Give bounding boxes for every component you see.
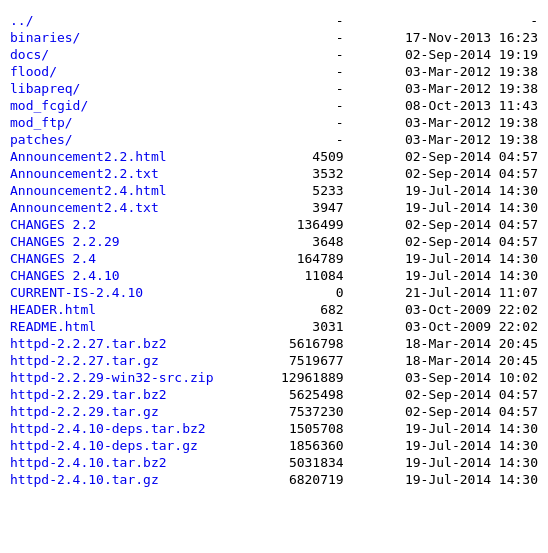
file-link[interactable]: CURRENT-IS-2.4.10 [10, 285, 143, 300]
file-name-cell[interactable]: README.html [6, 318, 258, 335]
file-link[interactable]: patches/ [10, 132, 73, 147]
file-name-cell[interactable]: httpd-2.4.10.tar.bz2 [6, 454, 258, 471]
file-link[interactable]: mod_fcgid/ [10, 98, 88, 113]
file-link[interactable]: httpd-2.4.10-deps.tar.gz [10, 438, 198, 453]
file-name-cell[interactable]: httpd-2.4.10.tar.gz [6, 471, 258, 488]
file-link[interactable]: mod_ftp/ [10, 115, 73, 130]
table-row: CHANGES 2.2.29364802-Sep-2014 04:57 [6, 233, 542, 250]
file-link[interactable]: HEADER.html [10, 302, 96, 317]
file-name-cell[interactable]: docs/ [6, 46, 258, 63]
file-name-cell[interactable]: Announcement2.2.html [6, 148, 258, 165]
file-size-cell: - [258, 12, 373, 29]
file-link[interactable]: httpd-2.4.10.tar.bz2 [10, 455, 167, 470]
file-link[interactable]: Announcement2.4.html [10, 183, 167, 198]
table-row: CHANGES 2.213649902-Sep-2014 04:57 [6, 216, 542, 233]
table-row: Announcement2.4.txt394719-Jul-2014 14:30 [6, 199, 542, 216]
table-row: CHANGES 2.4.101108419-Jul-2014 14:30 [6, 267, 542, 284]
file-name-cell[interactable]: httpd-2.4.10-deps.tar.gz [6, 437, 258, 454]
table-row: CURRENT-IS-2.4.10021-Jul-2014 11:07 [6, 284, 542, 301]
file-link[interactable]: httpd-2.4.10-deps.tar.bz2 [10, 421, 206, 436]
file-link[interactable]: CHANGES 2.4.10 [10, 268, 120, 283]
file-name-cell[interactable]: CHANGES 2.4.10 [6, 267, 258, 284]
file-date-cell: 18-Mar-2014 20:45 [374, 335, 542, 352]
file-size-cell: - [258, 29, 373, 46]
table-row: HEADER.html68203-Oct-2009 22:02 [6, 301, 542, 318]
file-name-cell[interactable]: Announcement2.4.txt [6, 199, 258, 216]
file-date-cell: 19-Jul-2014 14:30 [374, 250, 542, 267]
table-row: httpd-2.2.29.tar.gz753723002-Sep-2014 04… [6, 403, 542, 420]
file-name-cell[interactable]: flood/ [6, 63, 258, 80]
file-size-cell: 12961889 [258, 369, 373, 386]
table-row: httpd-2.2.29.tar.bz2562549802-Sep-2014 0… [6, 386, 542, 403]
file-name-cell[interactable]: httpd-2.2.29.tar.bz2 [6, 386, 258, 403]
file-name-cell[interactable]: ../ [6, 12, 258, 29]
file-name-cell[interactable]: CURRENT-IS-2.4.10 [6, 284, 258, 301]
file-link[interactable]: README.html [10, 319, 96, 334]
table-row: Announcement2.4.html523319-Jul-2014 14:3… [6, 182, 542, 199]
table-row: httpd-2.4.10-deps.tar.bz2150570819-Jul-2… [6, 420, 542, 437]
table-row: httpd-2.4.10-deps.tar.gz185636019-Jul-20… [6, 437, 542, 454]
file-name-cell[interactable]: CHANGES 2.2 [6, 216, 258, 233]
file-size-cell: 1856360 [258, 437, 373, 454]
file-date-cell: 02-Sep-2014 04:57 [374, 216, 542, 233]
file-size-cell: 3532 [258, 165, 373, 182]
file-date-cell: 19-Jul-2014 14:30 [374, 182, 542, 199]
file-date-cell: 19-Jul-2014 14:30 [374, 454, 542, 471]
file-name-cell[interactable]: mod_fcgid/ [6, 97, 258, 114]
file-link[interactable]: httpd-2.4.10.tar.gz [10, 472, 159, 487]
file-link[interactable]: ../ [10, 13, 33, 28]
file-link[interactable]: CHANGES 2.2.29 [10, 234, 120, 249]
file-name-cell[interactable]: httpd-2.2.29-win32-src.zip [6, 369, 258, 386]
file-name-cell[interactable]: binaries/ [6, 29, 258, 46]
file-link[interactable]: Announcement2.4.txt [10, 200, 159, 215]
file-date-cell: 19-Jul-2014 14:30 [374, 437, 542, 454]
file-link[interactable]: flood/ [10, 64, 57, 79]
file-link[interactable]: Announcement2.2.txt [10, 166, 159, 181]
breadcrumb [0, 0, 548, 8]
file-link[interactable]: binaries/ [10, 30, 80, 45]
file-name-cell[interactable]: mod_ftp/ [6, 114, 258, 131]
table-row: ../-- [6, 12, 542, 29]
file-name-cell[interactable]: patches/ [6, 131, 258, 148]
file-name-cell[interactable]: CHANGES 2.4 [6, 250, 258, 267]
file-name-cell[interactable]: Announcement2.2.txt [6, 165, 258, 182]
file-date-cell: 03-Mar-2012 19:38 [374, 80, 542, 97]
file-link[interactable]: httpd-2.2.29.tar.gz [10, 404, 159, 419]
file-size-cell: - [258, 63, 373, 80]
file-size-cell: 136499 [258, 216, 373, 233]
file-link[interactable]: CHANGES 2.2 [10, 217, 96, 232]
table-row: mod_fcgid/-08-Oct-2013 11:43 [6, 97, 542, 114]
file-link[interactable]: docs/ [10, 47, 49, 62]
file-link[interactable]: httpd-2.2.27.tar.gz [10, 353, 159, 368]
file-date-cell: 18-Mar-2014 20:45 [374, 352, 542, 369]
file-link[interactable]: httpd-2.2.27.tar.bz2 [10, 336, 167, 351]
table-row: Announcement2.2.txt353202-Sep-2014 04:57 [6, 165, 542, 182]
file-size-cell: 5625498 [258, 386, 373, 403]
table-row: patches/-03-Mar-2012 19:38 [6, 131, 542, 148]
file-name-cell[interactable]: httpd-2.4.10-deps.tar.bz2 [6, 420, 258, 437]
file-name-cell[interactable]: libapreq/ [6, 80, 258, 97]
file-name-cell[interactable]: Announcement2.4.html [6, 182, 258, 199]
file-name-cell[interactable]: httpd-2.2.27.tar.bz2 [6, 335, 258, 352]
file-link[interactable]: Announcement2.2.html [10, 149, 167, 164]
file-link[interactable]: CHANGES 2.4 [10, 251, 96, 266]
file-size-cell: 3031 [258, 318, 373, 335]
file-date-cell: 02-Sep-2014 04:57 [374, 148, 542, 165]
file-link[interactable]: httpd-2.2.29.tar.bz2 [10, 387, 167, 402]
file-name-cell[interactable]: CHANGES 2.2.29 [6, 233, 258, 250]
table-row: docs/-02-Sep-2014 19:19 [6, 46, 542, 63]
file-name-cell[interactable]: HEADER.html [6, 301, 258, 318]
file-name-cell[interactable]: httpd-2.2.27.tar.gz [6, 352, 258, 369]
file-date-cell: 19-Jul-2014 14:30 [374, 267, 542, 284]
file-date-cell: 21-Jul-2014 11:07 [374, 284, 542, 301]
file-link[interactable]: httpd-2.2.29-win32-src.zip [10, 370, 214, 385]
file-link[interactable]: libapreq/ [10, 81, 80, 96]
file-date-cell: 19-Jul-2014 14:30 [374, 199, 542, 216]
file-date-cell: 19-Jul-2014 14:30 [374, 420, 542, 437]
file-size-cell: - [258, 97, 373, 114]
file-date-cell: 02-Sep-2014 04:57 [374, 386, 542, 403]
file-size-cell: 7519677 [258, 352, 373, 369]
file-size-cell: 164789 [258, 250, 373, 267]
table-row: httpd-2.2.27.tar.bz2561679818-Mar-2014 2… [6, 335, 542, 352]
file-name-cell[interactable]: httpd-2.2.29.tar.gz [6, 403, 258, 420]
